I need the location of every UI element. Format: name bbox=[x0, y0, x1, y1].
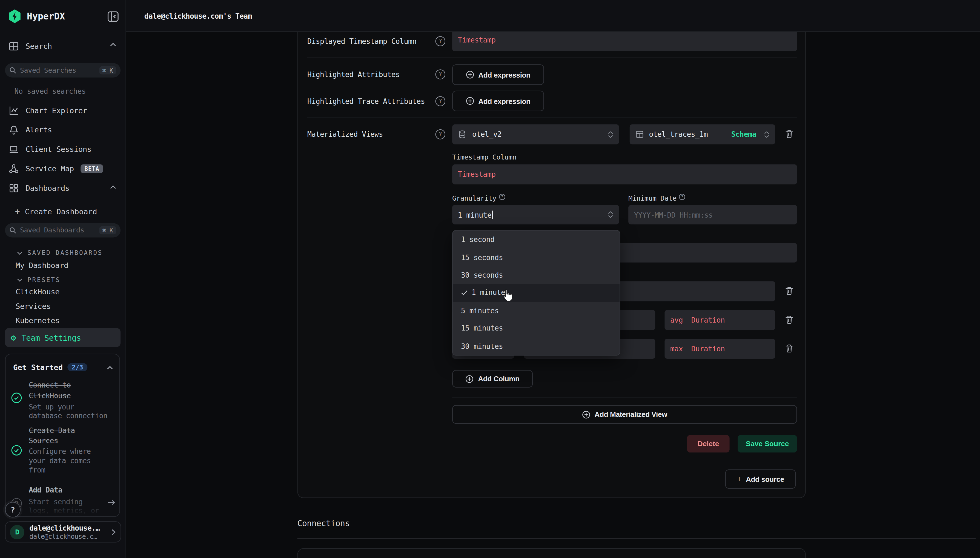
avatar: D bbox=[10, 525, 24, 539]
step-title[interactable]: Connect to bbox=[29, 381, 71, 389]
text-caret bbox=[492, 211, 493, 219]
delete-button[interactable]: Delete bbox=[687, 435, 730, 453]
no-saved-searches-text: No saved searches bbox=[14, 87, 86, 96]
add-column-button[interactable]: Add Column bbox=[452, 370, 533, 387]
dropdown-option[interactable]: 15 seconds bbox=[453, 248, 620, 266]
sidebar-item-label: Client Sessions bbox=[26, 145, 92, 154]
info-icon[interactable]: ? bbox=[679, 194, 685, 200]
field-label: Materialized Views bbox=[307, 130, 383, 139]
search-panel-icon bbox=[9, 41, 19, 51]
sidebar-item-my-dashboard[interactable]: My Dashboard bbox=[16, 261, 68, 270]
user-email: dale@clickhouse.c… bbox=[29, 532, 106, 540]
granularity-select[interactable]: 1 minute bbox=[452, 205, 619, 225]
saved-searches-placeholder: Saved Searches bbox=[20, 66, 96, 75]
mv-view-select[interactable]: otel_v2 bbox=[452, 125, 619, 144]
displayed-timestamp-input[interactable]: Timestamp bbox=[452, 32, 797, 51]
add-expression-button[interactable]: Add expression bbox=[452, 64, 544, 85]
sidebar-item-service-map[interactable]: Service Map BETA bbox=[9, 162, 103, 176]
add-materialized-view-button[interactable]: Add Materialized View bbox=[452, 405, 797, 424]
help-icon[interactable]: ? bbox=[435, 36, 445, 46]
delete-column-trash-icon[interactable] bbox=[784, 286, 794, 296]
sidebar-item-alerts[interactable]: Alerts bbox=[9, 123, 52, 137]
add-expression-button[interactable]: Add expression bbox=[452, 91, 544, 111]
schema-link[interactable]: Schema bbox=[731, 130, 756, 139]
chevron-up-icon[interactable] bbox=[110, 185, 116, 189]
delete-column-trash-icon[interactable] bbox=[784, 315, 794, 325]
mv-timestamp-input[interactable]: Timestamp bbox=[452, 164, 797, 184]
source-settings-panel: Displayed Timestamp Column ? Timestamp H… bbox=[298, 32, 806, 498]
progress-badge: 2/3 bbox=[67, 363, 87, 371]
chevron-up-icon[interactable] bbox=[110, 43, 116, 47]
delete-view-trash-icon[interactable] bbox=[784, 130, 794, 139]
search-icon bbox=[9, 67, 16, 74]
dropdown-option[interactable]: 30 seconds bbox=[453, 266, 620, 284]
step-title[interactable]: Sources bbox=[29, 436, 58, 445]
sidebar-collapse-button[interactable] bbox=[107, 11, 119, 22]
laptop-icon bbox=[9, 144, 19, 154]
step-desc: Set up your bbox=[29, 403, 74, 411]
chart-icon bbox=[9, 105, 19, 115]
plus-circle-icon bbox=[582, 410, 590, 419]
brand-name: HyperDX bbox=[27, 11, 65, 21]
step-desc: Configure where bbox=[29, 447, 91, 456]
create-dashboard-button[interactable]: + Create Dashboard bbox=[15, 207, 97, 216]
sidebar-item-kubernetes[interactable]: Kubernetes bbox=[16, 316, 59, 325]
input-value: Timestamp bbox=[458, 170, 496, 179]
user-menu[interactable]: D dale@clickhouse.… dale@clickhouse.c… bbox=[5, 521, 121, 543]
saved-dashboards-input[interactable]: Saved Dashboards ⌘ K bbox=[5, 223, 121, 237]
sidebar-item-clickhouse[interactable]: ClickHouse bbox=[16, 287, 59, 296]
field-label: Highlighted Trace Attributes bbox=[307, 97, 425, 105]
sidebar-item-label: Search bbox=[26, 42, 52, 51]
help-button[interactable]: ? bbox=[5, 502, 21, 517]
step-title[interactable]: Add Data bbox=[29, 486, 62, 494]
plus-icon: + bbox=[737, 474, 741, 484]
sidebar-item-client-sessions[interactable]: Client Sessions bbox=[9, 143, 92, 156]
dashboards-grid-icon bbox=[9, 183, 19, 193]
sidebar-item-search[interactable]: Search bbox=[9, 39, 52, 53]
dropdown-option-selected[interactable]: 1 minute bbox=[453, 284, 620, 302]
step-title[interactable]: ClickHouse bbox=[29, 391, 71, 400]
section-label: SAVED DASHBOARDS bbox=[28, 249, 102, 256]
main-content: Displayed Timestamp Column ? Timestamp H… bbox=[126, 32, 980, 558]
step-title[interactable]: Create Data bbox=[29, 426, 75, 435]
dropdown-option[interactable]: 1 second bbox=[453, 231, 620, 249]
divider bbox=[452, 397, 797, 397]
sidebar-item-chart-explorer[interactable]: Chart Explorer bbox=[9, 104, 87, 118]
chevron-up-icon[interactable] bbox=[107, 366, 113, 370]
help-icon[interactable]: ? bbox=[435, 130, 445, 139]
mv-alias-input[interactable]: avg__Duration bbox=[664, 310, 775, 330]
section-presets[interactable]: PRESETS bbox=[17, 276, 61, 283]
sidebar-item-dashboards[interactable]: Dashboards bbox=[9, 181, 70, 195]
page-title: dale@clickhouse.com's Team bbox=[144, 12, 252, 21]
minimum-date-input[interactable] bbox=[628, 205, 797, 225]
help-icon[interactable]: ? bbox=[435, 69, 445, 79]
input-value: avg__Duration bbox=[670, 316, 725, 325]
database-icon bbox=[458, 130, 467, 139]
delete-column-trash-icon[interactable] bbox=[784, 344, 794, 354]
sidebar-item-team-settings[interactable]: ⚙ Team Settings bbox=[5, 328, 121, 347]
create-dashboard-label: Create Dashboard bbox=[25, 207, 97, 216]
step-desc: from bbox=[29, 466, 45, 474]
info-icon[interactable]: ? bbox=[499, 194, 505, 200]
help-icon[interactable]: ? bbox=[435, 96, 445, 106]
sidebar-item-services[interactable]: Services bbox=[16, 302, 51, 310]
dropdown-option[interactable]: 5 minutes bbox=[453, 302, 620, 319]
section-label: PRESETS bbox=[28, 276, 60, 283]
section-saved-dashboards[interactable]: SAVED DASHBOARDS bbox=[17, 249, 103, 256]
input-value: max__Duration bbox=[670, 345, 725, 353]
add-source-button[interactable]: + Add source bbox=[725, 469, 796, 489]
field-label: Displayed Timestamp Column bbox=[307, 37, 417, 46]
mv-table-select[interactable]: otel_traces_1m Schema bbox=[630, 125, 775, 144]
mv-alias-input[interactable]: max__Duration bbox=[664, 339, 775, 359]
sidebar-item-label: Chart Explorer bbox=[26, 106, 87, 115]
dropdown-option[interactable]: 30 minutes bbox=[453, 337, 620, 355]
shortcut-badge: ⌘ K bbox=[99, 66, 116, 75]
bell-icon bbox=[9, 125, 19, 135]
dropdown-option[interactable]: 15 minutes bbox=[453, 319, 620, 337]
sidebar-item-label: Service Map bbox=[26, 164, 74, 173]
select-chevrons-icon bbox=[608, 211, 614, 218]
save-source-button[interactable]: Save Source bbox=[738, 435, 797, 453]
divider bbox=[307, 118, 797, 118]
team-settings-label: Team Settings bbox=[22, 333, 81, 342]
saved-searches-input[interactable]: Saved Searches ⌘ K bbox=[5, 63, 121, 77]
